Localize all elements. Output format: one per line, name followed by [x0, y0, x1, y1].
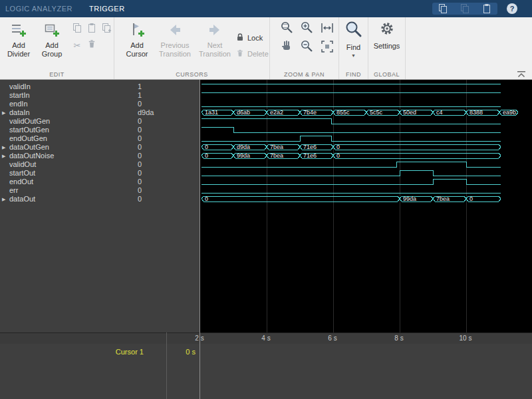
signal-value: 0 — [138, 126, 142, 134]
next-transition-label-1: Next — [207, 41, 223, 50]
time-tick-label: 10 s — [456, 334, 475, 342]
zoom-in-button[interactable] — [299, 21, 315, 37]
section-label-global: GLOBAL — [368, 71, 405, 78]
bus-value-label: 7bea — [436, 196, 450, 202]
copy-figure-icon[interactable] — [438, 3, 448, 14]
next-transition-button[interactable]: Next Transition — [196, 20, 234, 59]
signal-row[interactable]: validOut0 — [0, 160, 200, 169]
paste-figure-icon[interactable] — [481, 3, 492, 14]
tab-logic-analyzer[interactable]: LOGIC ANALYZER — [5, 0, 72, 17]
zoom-out-icon — [299, 39, 315, 57]
signal-name: endOut — [9, 178, 33, 186]
copy-options-icon[interactable] — [460, 3, 470, 14]
previous-transition-button[interactable]: Previous Transition — [156, 20, 194, 59]
expand-icon[interactable]: ▶ — [2, 110, 5, 116]
arrow-left-icon — [167, 22, 183, 39]
waveform-canvas[interactable]: 1a31d6abe2a27b4e855c5c5c50edc48388ea9b0d… — [200, 80, 532, 332]
signal-row[interactable]: endOutGen0 — [0, 134, 200, 143]
bus-value-label: 1a31 — [205, 109, 218, 116]
fit-width-button[interactable] — [319, 21, 335, 37]
duplicate-icon — [101, 23, 112, 36]
signal-value: 0 — [138, 100, 142, 108]
bus-value-label: 5c5c — [370, 109, 383, 116]
signal-name: endIn — [9, 100, 28, 108]
add-cursor-label-1: Add — [130, 41, 144, 50]
copy-button[interactable] — [70, 23, 84, 36]
add-group-label-1: Add — [45, 41, 59, 50]
settings-button[interactable]: Settings — [368, 20, 405, 51]
find-magnifier-icon — [344, 20, 363, 41]
add-divider-button[interactable]: Add Divider — [1, 20, 36, 59]
expand-icon[interactable]: ▶ — [2, 144, 5, 150]
next-transition-label-2: Transition — [199, 50, 231, 59]
trash-icon — [86, 39, 97, 52]
duplicate-button[interactable] — [100, 23, 113, 36]
add-cursor-label-2: Cursor — [126, 50, 148, 59]
signal-value: 1 — [138, 91, 142, 100]
bus-value-label: 855c — [336, 109, 350, 116]
trash-icon — [235, 49, 245, 59]
paste-icon — [86, 23, 97, 36]
pan-button[interactable] — [279, 40, 295, 56]
previous-transition-label-2: Transition — [159, 50, 191, 59]
signal-value: 0 — [138, 134, 142, 143]
signal-name: validOutGen — [9, 117, 50, 126]
add-group-button[interactable]: Add Group — [35, 20, 69, 59]
time-axis[interactable]: 2 s4 s6 s8 s10 s — [0, 332, 532, 344]
wave-validOut — [201, 162, 501, 167]
find-label: Find — [346, 43, 360, 52]
signal-row[interactable]: err0 — [0, 186, 200, 195]
zoom-in-time-button[interactable] — [279, 21, 295, 37]
signal-name: dataOutGen — [9, 143, 49, 152]
lock-icon — [235, 33, 245, 43]
bus-value-label: 0 — [336, 144, 340, 150]
expand-icon[interactable]: ▶ — [2, 153, 5, 159]
signal-row[interactable]: startOut0 — [0, 169, 200, 178]
bus-value-label: 8388 — [469, 109, 483, 116]
delete-cursor-button[interactable]: Delete — [235, 48, 271, 60]
find-button[interactable]: Find ▼ — [339, 20, 368, 59]
signal-row[interactable]: ▶dataOutGen0 — [0, 143, 200, 152]
signal-row[interactable]: endIn0 — [0, 100, 200, 108]
arrow-right-icon — [207, 22, 223, 39]
signal-name: validIn — [9, 82, 31, 91]
pan-hand-icon — [279, 39, 295, 57]
bus-value-label: c4 — [436, 109, 443, 116]
collapse-toolbar-button[interactable] — [516, 69, 527, 77]
signal-row[interactable]: validIn1 — [0, 82, 200, 91]
section-cursors: Add Cursor Previous Transition Nex — [114, 17, 270, 79]
signal-value: 0 — [138, 143, 142, 152]
bus-dataOut — [201, 196, 400, 201]
signal-row[interactable]: ▶dataOutNoise0 — [0, 152, 200, 160]
signal-value: 1 — [138, 82, 142, 91]
signal-row[interactable]: validOutGen0 — [0, 117, 200, 126]
help-button[interactable]: ? — [507, 3, 517, 14]
zoom-region-icon — [279, 20, 295, 39]
section-label-edit: EDIT — [0, 71, 114, 78]
time-tick-label: 6 s — [323, 334, 342, 342]
paste-button[interactable] — [85, 23, 98, 36]
signal-row[interactable]: startOutGen0 — [0, 126, 200, 134]
tab-trigger[interactable]: TRIGGER — [89, 0, 125, 17]
signal-value: 0 — [138, 152, 142, 160]
wave-validOutGen — [201, 118, 501, 124]
lock-button[interactable]: Lock — [235, 32, 271, 44]
bus-value-label: 7bea — [270, 152, 283, 159]
add-cursor-button[interactable]: Add Cursor — [120, 20, 154, 59]
section-label-cursors: CURSORS — [114, 71, 269, 78]
signal-value: 0 — [138, 186, 142, 195]
zoom-out-button[interactable] — [299, 40, 315, 56]
scissors-icon: ✂ — [74, 41, 81, 50]
expand-icon[interactable]: ▶ — [2, 196, 5, 202]
ribbon-toolbar: Add Divider Add Group — [0, 17, 532, 80]
signal-row[interactable]: endOut0 — [0, 178, 200, 186]
lock-label: Lock — [247, 34, 263, 42]
cut-button[interactable]: ✂ — [70, 39, 84, 52]
add-divider-icon — [11, 22, 27, 39]
signal-row[interactable]: startIn1 — [0, 91, 200, 100]
signal-row[interactable]: ▶dataInd9da — [0, 108, 200, 117]
fit-view-button[interactable] — [319, 40, 335, 56]
signal-row[interactable]: ▶dataOut0 — [0, 195, 200, 203]
add-cursor-icon — [129, 22, 145, 39]
delete-signal-button[interactable] — [85, 39, 98, 52]
